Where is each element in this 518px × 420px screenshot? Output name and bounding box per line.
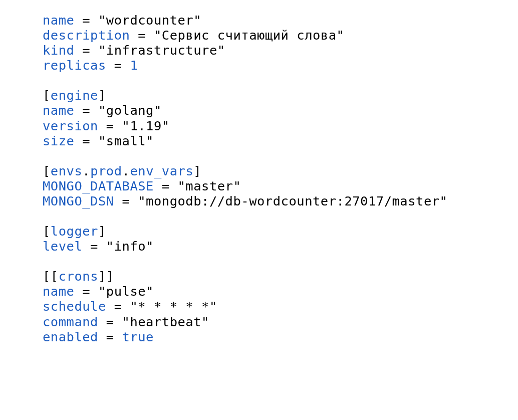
key-replicas: replicas: [43, 58, 106, 73]
key-description: description: [43, 28, 130, 43]
key-crons-name: name: [43, 284, 74, 299]
key-engine-size: size: [43, 133, 74, 148]
value-name: "wordcounter": [98, 13, 201, 28]
value-crons-command: "heartbeat": [122, 314, 209, 329]
value-logger-level: "info": [106, 239, 154, 254]
section-logger: logger: [51, 224, 98, 239]
key-mongo-dsn: MONGO_DSN: [43, 193, 114, 208]
value-mongo-database: "master": [178, 178, 241, 193]
value-crons-enabled: true: [122, 329, 154, 344]
value-description: "Сервис считающий слова": [154, 28, 344, 43]
key-name: name: [43, 13, 74, 28]
value-engine-size: "small": [98, 133, 154, 148]
key-mongo-database: MONGO_DATABASE: [43, 178, 154, 193]
key-kind: kind: [43, 43, 74, 58]
value-mongo-dsn: "mongodb://db-wordcounter:27017/master": [138, 193, 447, 208]
key-engine-name: name: [43, 103, 74, 118]
value-kind: "infrastructure": [98, 43, 225, 58]
key-crons-enabled: enabled: [43, 329, 98, 344]
section-env-vars: env_vars: [130, 163, 193, 178]
key-logger-level: level: [43, 239, 82, 254]
value-crons-schedule: "* * * * *": [130, 299, 217, 314]
section-envs: envs: [51, 163, 82, 178]
value-replicas: 1: [130, 58, 138, 73]
section-prod: prod: [90, 163, 122, 178]
section-crons: crons: [59, 269, 98, 284]
value-engine-name: "golang": [98, 103, 162, 118]
value-crons-name: "pulse": [98, 284, 154, 299]
key-engine-version: version: [43, 118, 98, 133]
value-engine-version: "1.19": [122, 118, 170, 133]
section-engine: engine: [51, 88, 98, 103]
key-crons-command: command: [43, 314, 98, 329]
key-crons-schedule: schedule: [43, 299, 106, 314]
toml-code-block: name = "wordcounter" description = "Серв…: [43, 13, 463, 344]
